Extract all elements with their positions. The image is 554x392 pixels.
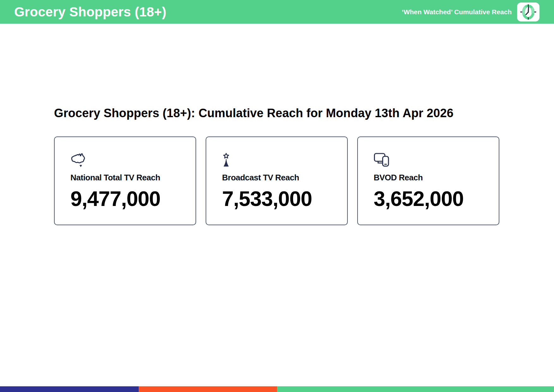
broadcast-tower-icon xyxy=(222,153,338,168)
app-title: Grocery Shoppers (18+) xyxy=(14,4,166,20)
app-tagline: ‘When Watched’ Cumulative Reach xyxy=(402,8,512,16)
app-header: Grocery Shoppers (18+) ‘When Watched’ Cu… xyxy=(0,0,554,24)
australia-map-icon xyxy=(70,153,186,168)
footer-segment-orange xyxy=(139,386,277,392)
kpi-value: 7,533,000 xyxy=(222,188,338,209)
report-body: Grocery Shoppers (18+): Cumulative Reach… xyxy=(0,106,554,225)
kpi-label: Broadcast TV Reach xyxy=(222,173,338,183)
header-right-cluster: ‘When Watched’ Cumulative Reach xyxy=(402,3,539,21)
kpi-label: National Total TV Reach xyxy=(70,173,186,183)
kpi-value: 9,477,000 xyxy=(70,188,186,209)
page-title: Grocery Shoppers (18+): Cumulative Reach… xyxy=(54,106,554,120)
clock-logo-icon xyxy=(517,3,539,21)
kpi-value: 3,652,000 xyxy=(374,188,489,209)
kpi-cards-row: National Total TV Reach 9,477,000 Broadc… xyxy=(54,136,554,225)
kpi-label: BVOD Reach xyxy=(374,173,489,183)
footer-color-bar xyxy=(0,386,554,392)
tv-and-mobile-devices-icon xyxy=(374,153,489,168)
footer-segment-green xyxy=(277,386,554,392)
kpi-card-national-total-tv: National Total TV Reach 9,477,000 xyxy=(54,136,196,225)
kpi-card-broadcast-tv: Broadcast TV Reach 7,533,000 xyxy=(206,136,348,225)
kpi-card-bvod: BVOD Reach 3,652,000 xyxy=(357,136,499,225)
footer-segment-blue xyxy=(0,386,139,392)
